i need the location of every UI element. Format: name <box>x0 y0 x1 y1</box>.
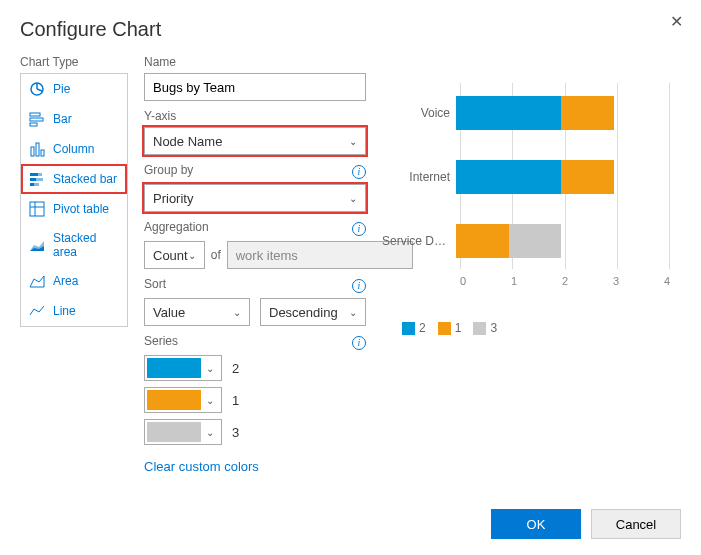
chart-type-list: Pie Bar Column Stacked bar Pivot table S… <box>20 73 128 327</box>
chart-type-bar[interactable]: Bar <box>21 104 127 134</box>
chart-type-column[interactable]: Column <box>21 134 127 164</box>
bar-label: Voice <box>382 106 456 120</box>
bar-icon <box>29 111 45 127</box>
chevron-down-icon: ⌄ <box>349 136 357 147</box>
name-input[interactable] <box>144 73 366 101</box>
chart-type-label-column: Column <box>53 142 94 156</box>
pivot-table-icon <box>29 201 45 217</box>
name-label: Name <box>144 55 366 69</box>
svg-rect-11 <box>30 183 34 186</box>
info-icon[interactable]: i <box>352 279 366 293</box>
chevron-down-icon: ⌄ <box>206 363 214 374</box>
pie-icon <box>29 81 45 97</box>
chevron-down-icon: ⌄ <box>233 307 241 318</box>
svg-rect-2 <box>30 118 43 121</box>
agg-label: Aggregation <box>144 220 209 234</box>
series-color-1[interactable]: ⌄ <box>144 387 222 413</box>
chart-type-stacked-area[interactable]: Stacked area <box>21 224 127 266</box>
series-label: Series <box>144 334 178 348</box>
chevron-down-icon: ⌄ <box>188 250 196 261</box>
agg-value: Count <box>153 248 188 263</box>
svg-rect-6 <box>41 150 44 156</box>
chart-type-line[interactable]: Line <box>21 296 127 326</box>
info-icon[interactable]: i <box>352 336 366 350</box>
group-select[interactable]: Priority ⌄ <box>144 184 366 212</box>
bar-segment <box>509 224 562 258</box>
bar-segment <box>456 160 561 194</box>
svg-rect-12 <box>34 183 39 186</box>
chart-type-label-stacked-area: Stacked area <box>53 231 119 259</box>
series-color-2[interactable]: ⌄ <box>144 419 222 445</box>
ok-button[interactable]: OK <box>491 509 581 539</box>
chart-type-label-pie: Pie <box>53 82 70 96</box>
legend-item-2: 3 <box>490 321 497 335</box>
yaxis-select[interactable]: Node Name ⌄ <box>144 127 366 155</box>
chart-type-label-stacked-bar: Stacked bar <box>53 172 117 186</box>
agg-select[interactable]: Count ⌄ <box>144 241 205 269</box>
chevron-down-icon: ⌄ <box>349 307 357 318</box>
series-color-0[interactable]: ⌄ <box>144 355 222 381</box>
dialog-title: Configure Chart <box>0 0 701 41</box>
legend-item-1: 1 <box>455 321 462 335</box>
chart-type-label-line: Line <box>53 304 76 318</box>
chart-type-pivot-table[interactable]: Pivot table <box>21 194 127 224</box>
chevron-down-icon: ⌄ <box>349 193 357 204</box>
info-icon[interactable]: i <box>352 222 366 236</box>
chevron-down-icon: ⌄ <box>206 427 214 438</box>
close-icon[interactable]: ✕ <box>670 12 683 31</box>
bar-label: Service Del... <box>382 234 456 248</box>
chart-type-label-bar: Bar <box>53 112 72 126</box>
sort-by-value: Value <box>153 305 185 320</box>
svg-rect-9 <box>30 178 36 181</box>
yaxis-value: Node Name <box>153 134 222 149</box>
svg-rect-8 <box>38 173 42 176</box>
chart-type-area[interactable]: Area <box>21 266 127 296</box>
group-label: Group by <box>144 163 193 177</box>
svg-rect-13 <box>30 202 44 216</box>
line-icon <box>29 303 45 319</box>
cancel-button[interactable]: Cancel <box>591 509 681 539</box>
svg-rect-4 <box>31 147 34 156</box>
chart-type-stacked-bar[interactable]: Stacked bar <box>21 164 127 194</box>
svg-rect-10 <box>36 178 43 181</box>
chart-type-pie[interactable]: Pie <box>21 74 127 104</box>
bar-label: Internet <box>382 170 456 184</box>
stacked-area-icon <box>29 237 45 253</box>
column-icon <box>29 141 45 157</box>
chart-type-label-pivot: Pivot table <box>53 202 109 216</box>
bar-segment <box>456 96 561 130</box>
series-label-1: 1 <box>232 393 239 408</box>
series-label-2: 3 <box>232 425 239 440</box>
bar-segment <box>561 160 614 194</box>
legend-item-0: 2 <box>419 321 426 335</box>
chevron-down-icon: ⌄ <box>206 395 214 406</box>
sort-dir-select[interactable]: Descending ⌄ <box>260 298 366 326</box>
stacked-bar-icon <box>29 171 45 187</box>
svg-rect-5 <box>36 143 39 156</box>
sort-dir-value: Descending <box>269 305 338 320</box>
svg-rect-3 <box>30 123 37 126</box>
chart-preview: VoiceInternetService Del... 01234 <box>382 73 672 293</box>
clear-colors-link[interactable]: Clear custom colors <box>144 459 259 474</box>
bar-segment <box>456 224 509 258</box>
chart-type-label: Chart Type <box>20 55 128 69</box>
chart-type-label-area: Area <box>53 274 78 288</box>
area-icon <box>29 273 45 289</box>
group-value: Priority <box>153 191 193 206</box>
bar-segment <box>561 96 614 130</box>
info-icon[interactable]: i <box>352 165 366 179</box>
series-label-0: 2 <box>232 361 239 376</box>
sort-label: Sort <box>144 277 166 291</box>
sort-by-select[interactable]: Value ⌄ <box>144 298 250 326</box>
agg-of: of <box>211 248 221 262</box>
yaxis-label: Y-axis <box>144 109 366 123</box>
svg-rect-7 <box>30 173 38 176</box>
chart-legend: 2 1 3 <box>402 321 681 335</box>
svg-rect-1 <box>30 113 40 116</box>
